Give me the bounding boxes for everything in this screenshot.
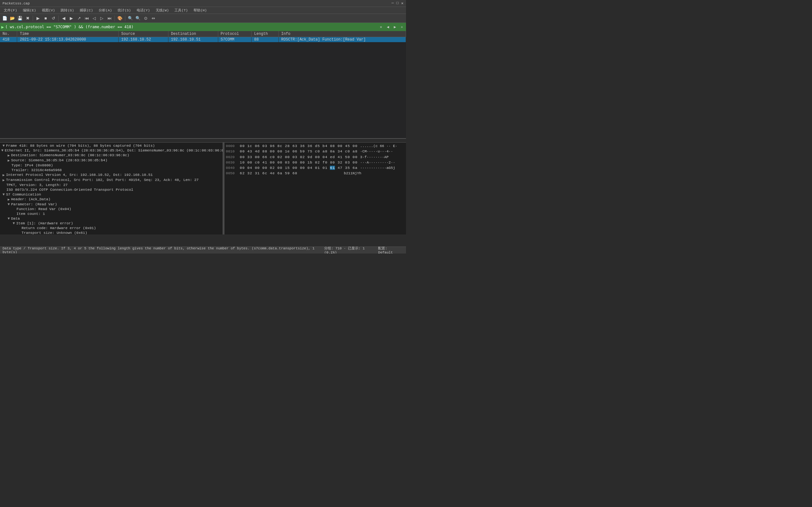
col-header-info[interactable]: Info (278, 31, 406, 37)
hex-rows: 000000 1c 06 03 96 8c 28 63 36 36 d5 b4 … (226, 143, 405, 176)
detail-line-text: Data (11, 216, 20, 221)
packet-list[interactable]: No. Time Source Destination Protocol Len… (0, 31, 406, 139)
filter-clear-btn[interactable]: ✕ (378, 24, 384, 30)
hex-offset: 0040 (226, 165, 237, 170)
hex-bytes[interactable]: 00 33 00 66 c0 02 00 03 02 9d 00 04 ed 4… (240, 154, 357, 160)
hex-bytes[interactable]: 00 04 00 00 02 00 15 00 00 04 01 01 61 4… (240, 165, 357, 170)
hex-row: 005062 32 31 6c 4e 6a 59 68b211NjYh (226, 170, 405, 176)
filter-next-btn[interactable]: ▶ (392, 24, 398, 30)
packet-table-body: 4182021-09-22 15:18:13.042620000192.168.… (0, 37, 406, 43)
expand-arrow-icon[interactable]: ▶ (8, 153, 10, 158)
detail-line-text: Trailer: 32316c4e6a5968 (11, 168, 62, 172)
packet-table-header: No. Time Source Destination Protocol Len… (0, 31, 406, 37)
expand-arrow-icon[interactable]: ▶ (8, 158, 10, 163)
restart-btn[interactable]: ↺ (50, 15, 57, 22)
expand-arrow-icon[interactable]: ▼ (8, 202, 10, 206)
zoom-out-btn[interactable]: 🔍 (135, 15, 142, 22)
filter-prev-btn[interactable]: ◀ (385, 24, 391, 30)
open-btn[interactable]: 📂 (9, 15, 16, 22)
minimize-button[interactable]: ─ (392, 1, 394, 6)
col-header-destination[interactable]: Destination (168, 31, 218, 37)
close-button[interactable]: ✕ (401, 1, 403, 6)
detail-line[interactable]: ▼Parameter: (Read Var) (0, 202, 223, 207)
cell-protocol: S7COMM (218, 37, 252, 43)
expand-arrow-icon[interactable]: ▶ (8, 197, 10, 202)
next-btn[interactable]: ▷ (98, 15, 105, 22)
back-btn[interactable]: ◀ (60, 15, 67, 22)
menu-item-e[interactable]: 编辑(E) (20, 7, 39, 13)
menu-item-f[interactable]: 文件(F) (1, 7, 20, 13)
detail-line-text: Return code: Hardware error (0x01) (21, 226, 96, 230)
maximize-button[interactable]: □ (397, 1, 399, 6)
hex-view-panel[interactable]: 000000 1c 06 03 96 8c 28 63 36 36 d5 b4 … (224, 143, 406, 234)
col-header-source[interactable]: Source (119, 31, 168, 37)
hex-bytes[interactable]: 00 43 4d 88 00 00 1e 06 b9 75 c0 a8 0a 3… (240, 149, 357, 154)
detail-line[interactable]: ▶Internet Protocol Version 4, Src: 192.1… (0, 172, 223, 177)
goto-btn[interactable]: ↗ (75, 15, 83, 22)
detail-line-text: Transmission Control Protocol, Src Port:… (6, 178, 199, 182)
menu-item-y[interactable]: 电话(Y) (134, 7, 153, 13)
expand-arrow-icon[interactable]: ▼ (13, 221, 15, 225)
hex-ascii: b211NjYh (344, 170, 361, 176)
lower-panels: ▼Frame 418: 88 bytes on wire (704 bits),… (0, 143, 406, 234)
detail-line[interactable]: ▼S7 Communication (0, 192, 223, 197)
start-capture-btn[interactable]: ▶ (35, 15, 42, 22)
stop-capture-btn[interactable]: ■ (42, 15, 49, 22)
menu-item-a[interactable]: 分析(A) (96, 7, 114, 13)
col-header-no[interactable]: No. (0, 31, 17, 37)
menu-item-t[interactable]: 工具(T) (172, 7, 190, 13)
detail-line[interactable]: ▼Item [1]: (Hardware error) (0, 221, 223, 226)
expand-arrow-icon[interactable]: ▼ (3, 192, 5, 196)
reset-zoom-btn[interactable]: ⊙ (142, 15, 149, 22)
detail-line: Return code: Hardware error (0x01) (0, 226, 223, 230)
hex-ascii: 3·f········AP (360, 154, 389, 160)
expand-arrow-icon[interactable]: ▶ (3, 178, 5, 182)
hex-offset: 0030 (226, 160, 237, 165)
col-header-protocol[interactable]: Protocol (218, 31, 252, 37)
detail-line: Function: Read Var (0x04) (0, 207, 223, 211)
close-btn[interactable]: ✖ (24, 15, 31, 22)
detail-line-text: S7 Communication (6, 192, 41, 196)
status-right: 配置: Default (378, 246, 403, 253)
expand-arrow-icon[interactable]: ▼ (3, 144, 5, 148)
packet-detail-panel[interactable]: ▼Frame 418: 88 bytes on wire (704 bits),… (0, 143, 223, 234)
cell-source: 192.168.10.52 (119, 37, 168, 43)
detail-line[interactable]: ▼Frame 418: 88 bytes on wire (704 bits),… (0, 143, 223, 148)
save-btn[interactable]: 💾 (16, 15, 23, 22)
expand-arrow-icon[interactable]: ▶ (3, 173, 5, 177)
detail-line[interactable]: ▶Source: Siemens_36:d5:b4 (28:63:36:36:d… (0, 158, 223, 163)
menu-item-v[interactable]: 视图(V) (39, 7, 58, 13)
expand-arrow-icon[interactable]: ▼ (1, 148, 3, 153)
expand-arrow-icon[interactable]: ▼ (8, 216, 10, 221)
detail-line[interactable]: ▶Header: (Ack_Data) (0, 197, 223, 202)
horizontal-scrollbar[interactable] (0, 139, 406, 143)
detail-line[interactable]: ▶Transmission Control Protocol, Src Port… (0, 177, 223, 182)
detail-line[interactable]: ▼Ethernet II, Src: Siemens_36:d5:b4 (28:… (0, 148, 223, 153)
last-btn[interactable]: ⏭ (106, 15, 113, 22)
resize-col-btn[interactable]: ⇔ (150, 15, 157, 22)
first-btn[interactable]: ⏮ (83, 15, 90, 22)
hex-offset: 0010 (226, 149, 237, 154)
menu-item-g[interactable]: 跳转(G) (58, 7, 77, 13)
hex-bytes[interactable]: 62 32 31 6c 4e 6a 59 68 (240, 170, 341, 176)
hex-offset: 0020 (226, 154, 237, 160)
hex-bytes[interactable]: 00 1c 06 03 96 8c 28 63 36 36 d5 b4 08 0… (240, 143, 357, 149)
menu-item-s[interactable]: 统计(S) (115, 7, 134, 13)
forward-btn[interactable]: ▶ (68, 15, 75, 22)
hex-bytes[interactable]: 10 00 c0 41 00 00 03 00 00 1b 02 f0 80 3… (240, 160, 357, 165)
new-btn[interactable]: 📄 (1, 15, 8, 22)
menu-item-h[interactable]: 帮助(H) (191, 7, 209, 13)
detail-line[interactable]: ▶Destination: SiemensNumer_03:96:8c (00:… (0, 153, 223, 158)
hex-ascii: ......(c 66 ·· E· (360, 143, 397, 149)
col-header-length[interactable]: Length (252, 31, 278, 37)
menu-item-w[interactable]: 无线(W) (153, 7, 171, 13)
menu-item-c[interactable]: 捕获(C) (77, 7, 96, 13)
prev-btn[interactable]: ◁ (91, 15, 98, 22)
col-header-time[interactable]: Time (17, 31, 119, 37)
table-row[interactable]: 4182021-09-22 15:18:13.042620000192.168.… (0, 37, 406, 43)
filter-input[interactable] (5, 25, 377, 29)
zoom-in-btn[interactable]: 🔍 (127, 15, 134, 22)
detail-line[interactable]: ▼Data (0, 216, 223, 221)
filter-add-btn[interactable]: ＋ (399, 24, 405, 30)
color-rules-btn[interactable]: 🎨 (116, 15, 123, 22)
